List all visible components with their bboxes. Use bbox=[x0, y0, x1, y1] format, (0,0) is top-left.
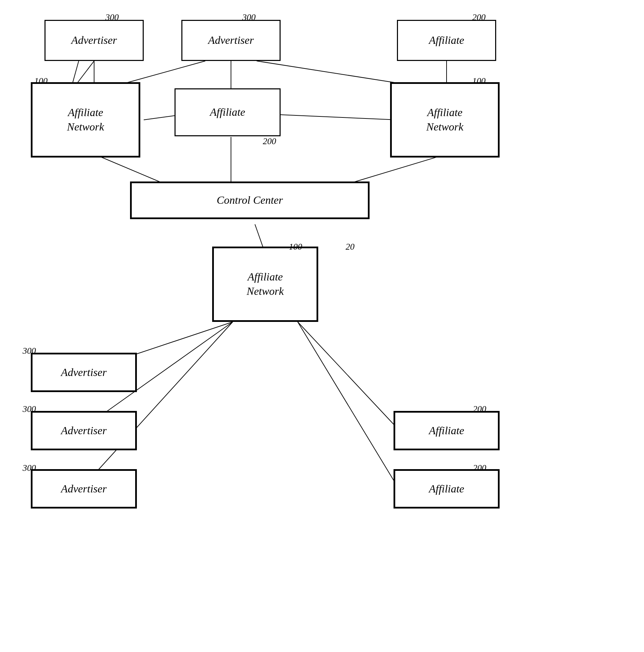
ref-100-right: 100 bbox=[472, 76, 486, 86]
advertiser2-box: Advertiser bbox=[181, 20, 281, 61]
affiliate-br2-label: Affiliate bbox=[429, 482, 464, 496]
advertiser4-box: Advertiser bbox=[31, 411, 137, 450]
affiliate-br1-label: Affiliate bbox=[429, 424, 464, 438]
advertiser1-box: Advertiser bbox=[44, 20, 144, 61]
ref-300-2: 300 bbox=[242, 12, 256, 23]
ref-300-b1: 300 bbox=[23, 346, 36, 356]
affiliate-br1-box: Affiliate bbox=[394, 411, 500, 450]
affiliate-top-label: Affiliate bbox=[429, 33, 464, 48]
affnet-left-label: AffiliateNetwork bbox=[67, 105, 104, 134]
control-center-box: Control Center bbox=[130, 181, 370, 219]
advertiser3-box: Advertiser bbox=[31, 353, 137, 392]
ref-20: 20 bbox=[346, 242, 355, 252]
affnet-left-box: AffiliateNetwork bbox=[31, 82, 140, 158]
ref-300-b3: 300 bbox=[23, 463, 36, 473]
affiliate-top-box: Affiliate bbox=[397, 20, 496, 61]
ref-300-b2: 300 bbox=[23, 404, 36, 414]
advertiser1-label: Advertiser bbox=[71, 33, 117, 48]
ref-300-1: 300 bbox=[105, 12, 119, 23]
affnet-mid-label: AffiliateNetwork bbox=[247, 270, 284, 298]
ref-100-left: 100 bbox=[34, 76, 48, 86]
advertiser5-label: Advertiser bbox=[61, 482, 106, 496]
advertiser3-label: Advertiser bbox=[61, 365, 106, 380]
svg-line-18 bbox=[298, 322, 400, 431]
ref-200-mid: 200 bbox=[263, 136, 276, 147]
ref-100-cc: 100 bbox=[289, 242, 302, 252]
affiliate-mid-label: Affiliate bbox=[210, 105, 245, 120]
diagram: Advertiser Advertiser Affiliate Affiliat… bbox=[0, 0, 644, 652]
svg-line-15 bbox=[130, 322, 233, 356]
advertiser5-box: Advertiser bbox=[31, 469, 137, 509]
control-center-label: Control Center bbox=[217, 193, 283, 208]
svg-line-10 bbox=[281, 115, 397, 120]
svg-line-19 bbox=[298, 322, 400, 491]
affiliate-br2-box: Affiliate bbox=[394, 469, 500, 509]
advertiser4-label: Advertiser bbox=[61, 424, 106, 438]
ref-200-b2: 200 bbox=[473, 463, 486, 473]
ref-200-b1: 200 bbox=[473, 404, 486, 414]
advertiser2-label: Advertiser bbox=[208, 33, 254, 48]
affnet-right-box: AffiliateNetwork bbox=[390, 82, 500, 158]
affnet-right-label: AffiliateNetwork bbox=[426, 105, 463, 134]
affnet-mid-box: AffiliateNetwork bbox=[212, 247, 318, 322]
affiliate-mid-box: Affiliate bbox=[175, 88, 281, 136]
ref-200-1: 200 bbox=[472, 12, 486, 23]
